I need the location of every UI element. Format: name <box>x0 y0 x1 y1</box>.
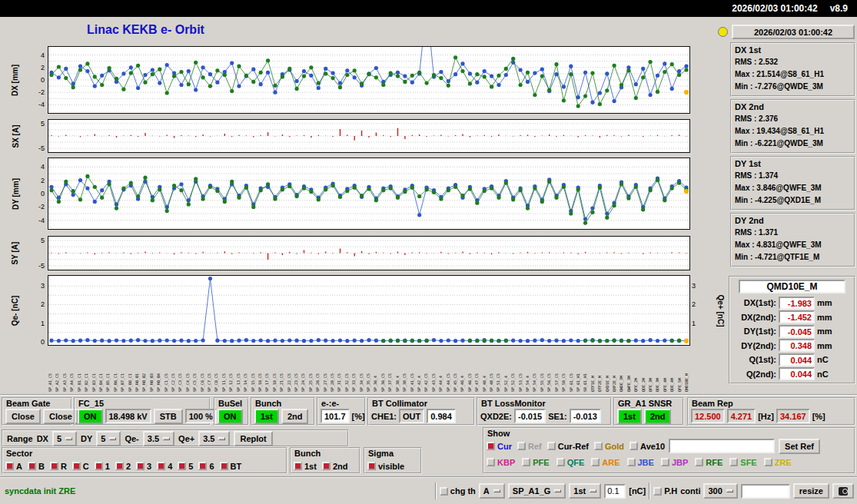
checkbox-box[interactable] <box>764 458 772 466</box>
checkbox-sector-c[interactable]: C <box>72 462 89 471</box>
checkbox-bunch-1st[interactable]: 1st <box>294 462 317 471</box>
checkbox-sector-bt[interactable]: BT <box>220 462 242 471</box>
dx-plot-canvas[interactable] <box>48 47 689 113</box>
gr-a1-1st-button[interactable]: 1st <box>617 409 642 424</box>
sx-plot[interactable]: SX [A] 5-5 <box>48 119 690 153</box>
checkbox-box[interactable] <box>594 442 603 450</box>
conti-toggle[interactable]: conti <box>680 486 700 496</box>
bunch-1st-button[interactable]: 1st <box>254 409 279 424</box>
range-qe-minus-select[interactable]: 3.5 <box>143 431 174 446</box>
checkbox-box[interactable] <box>115 462 124 470</box>
range-qe-plus-select[interactable]: 3.5 <box>198 431 230 446</box>
checkbox-show-jbe[interactable]: JBE <box>627 458 654 467</box>
checkbox-sector-b[interactable]: B <box>28 462 45 471</box>
interval-select[interactable]: 300 <box>703 483 737 499</box>
sx-plot-canvas[interactable] <box>48 120 689 152</box>
camera-button[interactable] <box>832 483 854 499</box>
checkbox-show-pfe[interactable]: PFE <box>522 458 549 467</box>
range-dy-select[interactable]: 5 <box>96 431 121 446</box>
checkbox-box[interactable] <box>367 462 376 470</box>
checkbox-show-cur[interactable]: Cur <box>487 442 512 451</box>
chg-th-box[interactable] <box>440 487 448 496</box>
charge-plot-canvas[interactable] <box>48 276 689 345</box>
checkbox-sector-a[interactable]: A <box>5 462 22 471</box>
checkbox-show-ave10[interactable]: Ave10 <box>629 442 665 451</box>
group-title: GR_A1 SNSR <box>618 399 672 408</box>
dx-plot[interactable]: DX [mm] 420-2-4 <box>48 46 690 114</box>
checkbox-show-sfe[interactable]: SFE <box>729 458 756 467</box>
checkbox-sector-6[interactable]: 6 <box>198 462 214 471</box>
checkbox-sector-1[interactable]: 1 <box>95 462 110 471</box>
fc15-on-button[interactable]: ON <box>78 409 103 424</box>
gr-a1-2nd-button[interactable]: 2nd <box>644 409 672 424</box>
checkbox-show-cur-ref[interactable]: Cur-Ref <box>547 442 589 451</box>
checkbox-box[interactable] <box>5 462 14 470</box>
dy-plot[interactable]: DY [mm] 420-2-4 <box>48 158 690 230</box>
checkbox-box[interactable] <box>322 462 331 470</box>
checkbox-sector-4[interactable]: 4 <box>157 462 172 471</box>
checkbox-chg-th[interactable]: chg th <box>440 486 476 496</box>
checkbox-sector-2[interactable]: 2 <box>115 462 131 471</box>
checkbox-box[interactable] <box>28 462 36 470</box>
checkbox-box[interactable] <box>522 458 530 466</box>
checkbox-box[interactable] <box>487 458 495 466</box>
beam-gate-close-1-button[interactable]: Close <box>5 409 41 424</box>
sy-plot-canvas[interactable] <box>48 237 689 270</box>
charge-plot[interactable]: Qe- [nC] Qe+ [nC] 3210321 <box>48 275 690 346</box>
busel-on-button[interactable]: ON <box>218 409 243 424</box>
checkbox-sigma-visible[interactable]: visible <box>367 462 404 471</box>
checkbox-sector-3[interactable]: 3 <box>136 462 151 471</box>
checkbox-box[interactable] <box>661 458 669 466</box>
ph-box[interactable] <box>653 487 662 496</box>
bpm-label: SP_18_C5 <box>273 348 277 392</box>
threshold-input[interactable] <box>604 484 626 499</box>
replot-button[interactable]: Replot <box>234 431 272 446</box>
checkbox-bunch-2nd[interactable]: 2nd <box>322 462 348 471</box>
checkbox-box[interactable] <box>547 442 556 450</box>
checkbox-sector-r[interactable]: R <box>50 462 67 471</box>
bpm-select[interactable]: SP_A1_G <box>508 483 566 499</box>
group-bt-lossmonitor: BT LossMonitor QXD2E: -0.015 SE1: -0.013 <box>477 397 612 426</box>
checkbox-show-ref[interactable]: Ref <box>517 442 542 451</box>
checkbox-box[interactable] <box>72 462 81 470</box>
bunch-select[interactable]: 1st <box>569 483 601 499</box>
set-ref-button[interactable]: Set Ref <box>779 439 820 454</box>
bpm-label: SP_C3_C5 <box>178 348 183 392</box>
checkbox-show-zre[interactable]: ZRE <box>764 458 792 467</box>
resize-button[interactable]: resize <box>793 483 829 499</box>
checkbox-box[interactable] <box>591 458 600 466</box>
checkbox-box[interactable] <box>729 458 738 466</box>
checkbox-box[interactable] <box>627 458 636 466</box>
checkbox-box[interactable] <box>294 462 302 470</box>
checkbox-box[interactable] <box>178 462 186 470</box>
checkbox-show-qfe[interactable]: QFE <box>556 458 585 467</box>
checkbox-box[interactable] <box>50 462 58 470</box>
bunch-2nd-button[interactable]: 2nd <box>281 409 309 424</box>
checkbox-show-are[interactable]: ARE <box>591 458 619 467</box>
checkbox-box[interactable] <box>157 462 165 470</box>
checkbox-show-gold[interactable]: Gold <box>594 442 624 451</box>
checkbox-box[interactable] <box>220 462 228 470</box>
sy-plot[interactable]: SY [A] 5-5 <box>48 236 690 270</box>
checkbox-box[interactable] <box>198 462 207 470</box>
bpm-label: SP_27_C5 <box>324 348 328 392</box>
checkbox-sector-5[interactable]: 5 <box>178 462 193 471</box>
checkbox-box[interactable] <box>95 462 103 470</box>
y-tick: 2 <box>28 177 45 184</box>
checkbox-show-jbp[interactable]: JBP <box>661 458 688 467</box>
checkbox-box[interactable] <box>695 458 703 466</box>
ref-input[interactable] <box>669 439 775 453</box>
dy-plot-canvas[interactable] <box>48 158 689 229</box>
checkbox-show-kbp[interactable]: KBP <box>487 458 515 467</box>
checkbox-box[interactable] <box>556 458 565 466</box>
checkbox-box[interactable] <box>136 462 144 470</box>
checkbox-box[interactable] <box>629 442 638 450</box>
checkbox-box[interactable] <box>487 442 495 450</box>
fc15-stb-button[interactable]: STB <box>154 409 183 424</box>
checkbox-ph[interactable]: P.H <box>653 486 677 496</box>
sector-select[interactable]: A <box>479 483 505 499</box>
checkbox-show-rfe[interactable]: RFE <box>695 458 722 467</box>
checkbox-box[interactable] <box>517 442 526 450</box>
aux-input[interactable] <box>741 484 790 499</box>
range-dx-select[interactable]: 5 <box>52 431 77 446</box>
